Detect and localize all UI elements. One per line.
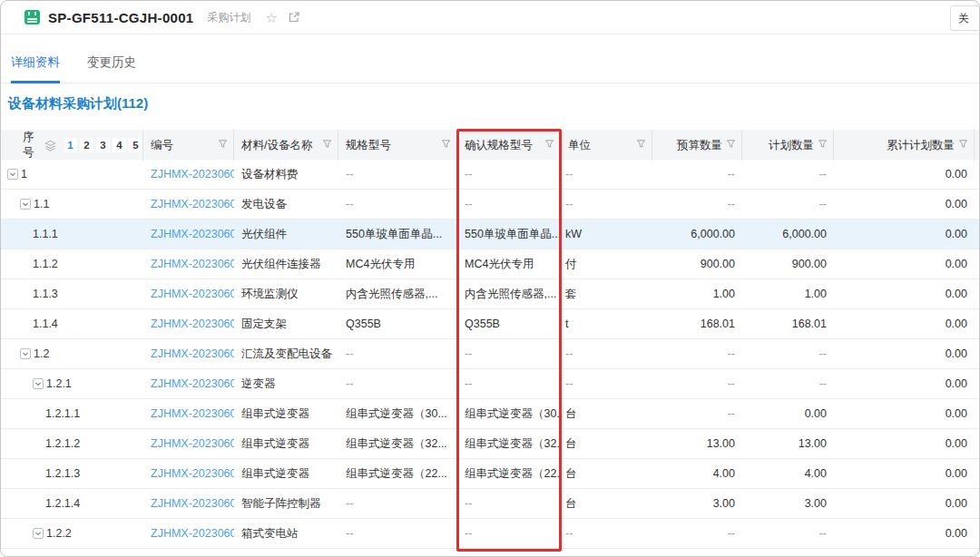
cell-seq: 1.2.1.2 [1, 437, 143, 450]
cell-spec: Q355B [338, 318, 457, 330]
cell-budget-qty: -- [652, 377, 742, 390]
seq-number: 1.2.1.2 [45, 437, 80, 450]
cell-code: ZJHMX-20230606... [143, 288, 234, 300]
cell-plan-qty: 1.00 [742, 288, 834, 300]
expand-toggle-icon[interactable] [33, 378, 44, 389]
code-link[interactable]: ZJHMX-20230606... [151, 258, 234, 270]
seq-number: 1.2.1.4 [45, 497, 80, 510]
tab-detail[interactable]: 详细资料 [11, 54, 60, 83]
table-row[interactable]: 1.1.3 ZJHMX-20230606... 环境监测仪 内含光照传感器,..… [1, 279, 979, 309]
expand-toggle-icon[interactable] [7, 169, 18, 180]
cell-plan-qty: 13.00 [742, 437, 834, 450]
cell-plan-qty: 3.00 [742, 497, 834, 510]
cell-seq: 1.2 [1, 347, 143, 360]
cell-plan-qty: -- [742, 347, 834, 360]
expand-toggle-icon[interactable] [20, 199, 31, 210]
table-row[interactable]: 1.2.1 ZJHMX-20230606... 逆变器 -- -- -- -- … [1, 369, 979, 399]
cell-plan-qty: 168.01 [742, 318, 834, 330]
filter-icon[interactable] [726, 139, 736, 151]
plan-type-label: 采购计划 [207, 10, 250, 25]
expand-toggle-icon[interactable] [33, 528, 44, 539]
code-link[interactable]: ZJHMX-20230606... [151, 407, 234, 420]
seq-number: 1.2.2 [46, 527, 72, 540]
cell-plan-qty: 4.00 [742, 467, 834, 480]
code-link[interactable]: ZJHMX-20230606... [151, 497, 234, 510]
code-link[interactable]: ZJHMX-20230606... [151, 377, 234, 390]
header-confirm-spec-label: 确认规格型号 [465, 138, 533, 153]
code-link[interactable]: ZJHMX-20230606... [151, 527, 234, 540]
seq-number: 1.1 [34, 198, 49, 210]
cell-confirm-spec: -- [457, 198, 561, 210]
expand-toggle-icon[interactable] [20, 348, 31, 359]
table-row[interactable]: 1.2.1.3 ZJHMX-20230606... 组串式逆变器 组串式逆变器（… [1, 459, 979, 489]
tree-layers-icon[interactable] [44, 140, 56, 151]
cell-plan-qty: -- [742, 377, 834, 390]
table-row[interactable]: 1.2.2 ZJHMX-20230606... 箱式变电站 -- -- -- -… [1, 519, 979, 549]
table-row[interactable]: 1 ZJHMX-20230606... 设备材料费 -- -- -- -- --… [1, 160, 979, 190]
header-plan-qty: 计划数量 [742, 130, 834, 161]
filter-icon[interactable] [322, 139, 332, 151]
cell-unit: -- [561, 168, 652, 181]
close-button[interactable]: 关 [950, 5, 980, 31]
level-button-1[interactable]: 1 [64, 138, 77, 152]
cell-code: ZJHMX-20230606... [143, 168, 234, 181]
code-link[interactable]: ZJHMX-20230606... [151, 347, 234, 360]
header-unit: 单位 [561, 130, 652, 161]
tab-bar: 详细资料 变更历史 [1, 34, 979, 83]
filter-icon[interactable] [441, 139, 451, 151]
cell-material-name: 箱式变电站 [234, 526, 338, 542]
cell-spec: MC4光伏专用 [338, 257, 457, 272]
header-plan-qty-label: 计划数量 [769, 138, 814, 153]
seq-number: 1.1.4 [33, 318, 58, 330]
tab-change-history[interactable]: 变更历史 [87, 54, 136, 83]
cell-budget-qty: -- [652, 527, 742, 540]
section-title-text: 设备材料采购计划 [8, 95, 117, 111]
table-row[interactable]: 1.2 ZJHMX-20230606... 汇流及变配电设备 -- -- -- … [1, 339, 979, 369]
level-button-2[interactable]: 2 [80, 138, 93, 152]
share-icon[interactable] [288, 11, 300, 24]
code-link[interactable]: ZJHMX-20230606... [151, 288, 234, 300]
cell-cumulative-qty: 0.00 [834, 258, 975, 270]
filter-icon[interactable] [636, 139, 646, 151]
cell-material-name: 智能子阵控制器 [234, 496, 338, 512]
cell-spec: 组串式逆变器（32... [338, 436, 457, 452]
cell-material-name: 光伏组件 [234, 227, 338, 242]
cell-budget-qty: 6,000.00 [652, 228, 742, 240]
table-row[interactable]: 1.1.1 ZJHMX-20230606... 光伏组件 550单玻单面单晶..… [1, 220, 979, 249]
table-row[interactable]: 1.2.1.4 ZJHMX-20230606... 智能子阵控制器 -- -- … [1, 489, 979, 519]
favorite-star-icon[interactable]: ☆ [265, 11, 277, 24]
code-link[interactable]: ZJHMX-20230606... [151, 228, 234, 240]
code-link[interactable]: ZJHMX-20230606... [151, 437, 234, 450]
header-extra [975, 130, 980, 161]
code-link[interactable]: ZJHMX-20230606... [151, 168, 234, 181]
level-button-3[interactable]: 3 [96, 138, 110, 152]
cell-budget-qty: 4.00 [652, 467, 742, 480]
filter-icon[interactable] [218, 139, 228, 151]
filter-icon[interactable] [818, 139, 828, 151]
table-row[interactable]: 1.1 ZJHMX-20230606... 发电设备 -- -- -- -- -… [1, 190, 979, 220]
cell-budget-qty: 1.00 [652, 288, 742, 300]
table-row[interactable]: 1.1.2 ZJHMX-20230606... 光伏组件连接器 MC4光伏专用 … [1, 249, 979, 279]
table-row[interactable]: 1.2.1.1 ZJHMX-20230606... 组串式逆变器 组串式逆变器（… [1, 399, 979, 429]
cell-code: ZJHMX-20230606... [143, 228, 234, 240]
window-header: SP-GF511-CGJH-0001 采购计划 ☆ 关 [1, 1, 979, 34]
table-row[interactable]: 1.2.1.2 ZJHMX-20230606... 组串式逆变器 组串式逆变器（… [1, 429, 979, 459]
filter-icon[interactable] [544, 139, 554, 151]
filter-icon[interactable] [958, 139, 968, 151]
cell-material-name: 组串式逆变器 [234, 436, 338, 452]
header-material-name: 材料/设备名称 [234, 130, 338, 161]
code-link[interactable]: ZJHMX-20230606... [151, 467, 234, 480]
cell-seq: 1.1 [1, 198, 143, 210]
cell-seq: 1.2.1.1 [1, 407, 143, 420]
header-cumulative-qty-label: 累计计划数量 [887, 138, 955, 153]
level-button-4[interactable]: 4 [113, 138, 126, 152]
table-row[interactable]: 1.1.4 ZJHMX-20230606... 固定支架 Q355B Q355B… [1, 309, 979, 339]
cell-material-name: 发电设备 [234, 197, 338, 212]
table-header: 序号 1 2 3 4 5 编号 材料/设备名称 规格型号 确认规格型号 [1, 130, 979, 160]
level-button-5[interactable]: 5 [129, 138, 142, 152]
code-link[interactable]: ZJHMX-20230606... [151, 318, 234, 330]
seq-number: 1.2.1 [46, 377, 72, 390]
cell-cumulative-qty: 0.00 [834, 527, 975, 540]
cell-unit: 台 [561, 496, 652, 512]
code-link[interactable]: ZJHMX-20230606... [151, 198, 234, 210]
